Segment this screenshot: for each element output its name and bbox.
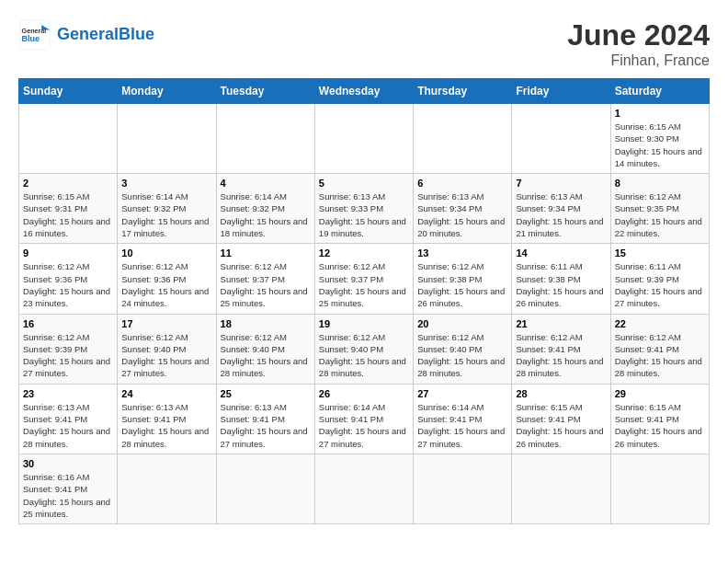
day-number: 16 <box>23 318 113 329</box>
calendar-cell: 13 Sunrise: 6:12 AM Sunset: 9:38 PM Dayl… <box>414 244 512 314</box>
day-number: 27 <box>417 388 507 399</box>
logo-text: GeneralBlue <box>57 26 154 44</box>
day-info: Sunrise: 6:15 AM Sunset: 9:30 PM Dayligh… <box>615 121 705 169</box>
day-info: Sunrise: 6:13 AM Sunset: 9:33 PM Dayligh… <box>319 190 409 239</box>
day-info: Sunrise: 6:15 AM Sunset: 9:41 PM Dayligh… <box>516 401 606 450</box>
calendar-cell: 14 Sunrise: 6:11 AM Sunset: 9:38 PM Dayl… <box>512 244 610 314</box>
day-number: 21 <box>516 318 606 329</box>
day-number: 23 <box>23 388 113 399</box>
day-number: 8 <box>615 178 705 189</box>
location: Finhan, France <box>567 52 710 69</box>
calendar-cell <box>216 454 314 523</box>
day-info: Sunrise: 6:12 AM Sunset: 9:35 PM Dayligh… <box>615 190 705 239</box>
logo-icon: General Blue <box>18 18 51 52</box>
calendar-table: SundayMondayTuesdayWednesdayThursdayFrid… <box>18 78 710 524</box>
day-info: Sunrise: 6:12 AM Sunset: 9:37 PM Dayligh… <box>319 260 409 309</box>
weekday-header-thursday: Thursday <box>414 79 512 104</box>
calendar-cell <box>314 104 413 174</box>
day-number: 5 <box>319 178 409 189</box>
day-number: 4 <box>221 178 311 189</box>
calendar-cell: 2 Sunrise: 6:15 AM Sunset: 9:31 PM Dayli… <box>19 174 118 244</box>
day-number: 18 <box>221 318 311 329</box>
calendar-cell: 20 Sunrise: 6:12 AM Sunset: 9:40 PM Dayl… <box>414 314 512 384</box>
day-number: 13 <box>417 247 507 259</box>
week-row-5: 23 Sunrise: 6:13 AM Sunset: 9:41 PM Dayl… <box>19 384 710 454</box>
day-number: 6 <box>417 178 507 189</box>
day-info: Sunrise: 6:12 AM Sunset: 9:37 PM Dayligh… <box>221 260 311 309</box>
calendar-cell <box>414 454 512 523</box>
calendar-cell: 30 Sunrise: 6:16 AM Sunset: 9:41 PM Dayl… <box>19 454 118 523</box>
weekday-header-tuesday: Tuesday <box>216 79 314 104</box>
day-number: 19 <box>319 318 409 329</box>
calendar-cell <box>512 104 610 174</box>
calendar-cell: 21 Sunrise: 6:12 AM Sunset: 9:41 PM Dayl… <box>512 314 610 384</box>
calendar-cell <box>314 454 413 523</box>
day-number: 11 <box>221 247 311 259</box>
weekday-header-sunday: Sunday <box>19 79 118 104</box>
week-row-1: 1 Sunrise: 6:15 AM Sunset: 9:30 PM Dayli… <box>19 104 710 174</box>
day-number: 20 <box>417 318 507 329</box>
calendar-cell: 7 Sunrise: 6:13 AM Sunset: 9:34 PM Dayli… <box>512 174 610 244</box>
calendar-cell: 8 Sunrise: 6:12 AM Sunset: 9:35 PM Dayli… <box>610 174 709 244</box>
calendar-cell: 12 Sunrise: 6:12 AM Sunset: 9:37 PM Dayl… <box>314 244 413 314</box>
calendar-cell <box>216 104 314 174</box>
weekday-header-saturday: Saturday <box>610 79 709 104</box>
day-info: Sunrise: 6:13 AM Sunset: 9:41 PM Dayligh… <box>121 401 211 450</box>
week-row-4: 16 Sunrise: 6:12 AM Sunset: 9:39 PM Dayl… <box>19 314 710 384</box>
calendar-cell: 3 Sunrise: 6:14 AM Sunset: 9:32 PM Dayli… <box>118 174 216 244</box>
day-number: 26 <box>319 388 409 399</box>
day-info: Sunrise: 6:13 AM Sunset: 9:34 PM Dayligh… <box>516 190 606 239</box>
svg-text:Blue: Blue <box>22 34 40 43</box>
day-info: Sunrise: 6:12 AM Sunset: 9:36 PM Dayligh… <box>121 260 211 309</box>
calendar-cell: 10 Sunrise: 6:12 AM Sunset: 9:36 PM Dayl… <box>118 244 216 314</box>
day-info: Sunrise: 6:12 AM Sunset: 9:41 PM Dayligh… <box>615 331 705 380</box>
day-info: Sunrise: 6:13 AM Sunset: 9:34 PM Dayligh… <box>417 190 507 239</box>
day-number: 10 <box>121 247 211 259</box>
day-number: 9 <box>23 247 113 259</box>
day-number: 28 <box>516 388 606 399</box>
day-number: 1 <box>615 108 705 119</box>
day-info: Sunrise: 6:12 AM Sunset: 9:40 PM Dayligh… <box>221 331 311 380</box>
day-info: Sunrise: 6:11 AM Sunset: 9:38 PM Dayligh… <box>516 260 606 309</box>
day-info: Sunrise: 6:12 AM Sunset: 9:36 PM Dayligh… <box>23 260 113 309</box>
week-row-3: 9 Sunrise: 6:12 AM Sunset: 9:36 PM Dayli… <box>19 244 710 314</box>
calendar-cell: 9 Sunrise: 6:12 AM Sunset: 9:36 PM Dayli… <box>19 244 118 314</box>
day-number: 7 <box>516 178 606 189</box>
day-info: Sunrise: 6:12 AM Sunset: 9:39 PM Dayligh… <box>23 331 113 380</box>
calendar-cell: 25 Sunrise: 6:13 AM Sunset: 9:41 PM Dayl… <box>216 384 314 454</box>
day-info: Sunrise: 6:14 AM Sunset: 9:32 PM Dayligh… <box>121 190 211 239</box>
calendar-cell: 22 Sunrise: 6:12 AM Sunset: 9:41 PM Dayl… <box>610 314 709 384</box>
calendar-cell <box>414 104 512 174</box>
weekday-header-wednesday: Wednesday <box>314 79 413 104</box>
day-info: Sunrise: 6:12 AM Sunset: 9:38 PM Dayligh… <box>417 260 507 309</box>
calendar-header: SundayMondayTuesdayWednesdayThursdayFrid… <box>19 79 710 104</box>
day-info: Sunrise: 6:15 AM Sunset: 9:31 PM Dayligh… <box>23 190 113 239</box>
day-number: 15 <box>615 247 705 259</box>
calendar-cell <box>19 104 118 174</box>
day-info: Sunrise: 6:12 AM Sunset: 9:40 PM Dayligh… <box>121 331 211 380</box>
calendar-cell: 5 Sunrise: 6:13 AM Sunset: 9:33 PM Dayli… <box>314 174 413 244</box>
calendar-cell: 29 Sunrise: 6:15 AM Sunset: 9:41 PM Dayl… <box>610 384 709 454</box>
weekday-header-row: SundayMondayTuesdayWednesdayThursdayFrid… <box>19 79 710 104</box>
weekday-header-friday: Friday <box>512 79 610 104</box>
calendar-cell: 26 Sunrise: 6:14 AM Sunset: 9:41 PM Dayl… <box>314 384 413 454</box>
day-info: Sunrise: 6:13 AM Sunset: 9:41 PM Dayligh… <box>23 401 113 450</box>
calendar-cell <box>118 454 216 523</box>
day-number: 22 <box>615 318 705 329</box>
calendar-cell <box>118 104 216 174</box>
week-row-6: 30 Sunrise: 6:16 AM Sunset: 9:41 PM Dayl… <box>19 454 710 523</box>
title-block: June 2024 Finhan, France <box>567 18 710 69</box>
day-info: Sunrise: 6:12 AM Sunset: 9:40 PM Dayligh… <box>417 331 507 380</box>
day-number: 12 <box>319 247 409 259</box>
day-info: Sunrise: 6:14 AM Sunset: 9:41 PM Dayligh… <box>319 401 409 450</box>
day-number: 30 <box>23 458 113 469</box>
day-info: Sunrise: 6:15 AM Sunset: 9:41 PM Dayligh… <box>615 401 705 450</box>
calendar-cell: 23 Sunrise: 6:13 AM Sunset: 9:41 PM Dayl… <box>19 384 118 454</box>
calendar-cell: 15 Sunrise: 6:11 AM Sunset: 9:39 PM Dayl… <box>610 244 709 314</box>
calendar-cell <box>512 454 610 523</box>
calendar-cell: 17 Sunrise: 6:12 AM Sunset: 9:40 PM Dayl… <box>118 314 216 384</box>
logo: General Blue GeneralBlue <box>18 18 154 52</box>
calendar-cell: 1 Sunrise: 6:15 AM Sunset: 9:30 PM Dayli… <box>610 104 709 174</box>
day-info: Sunrise: 6:14 AM Sunset: 9:41 PM Dayligh… <box>417 401 507 450</box>
month-title: June 2024 <box>567 18 710 52</box>
